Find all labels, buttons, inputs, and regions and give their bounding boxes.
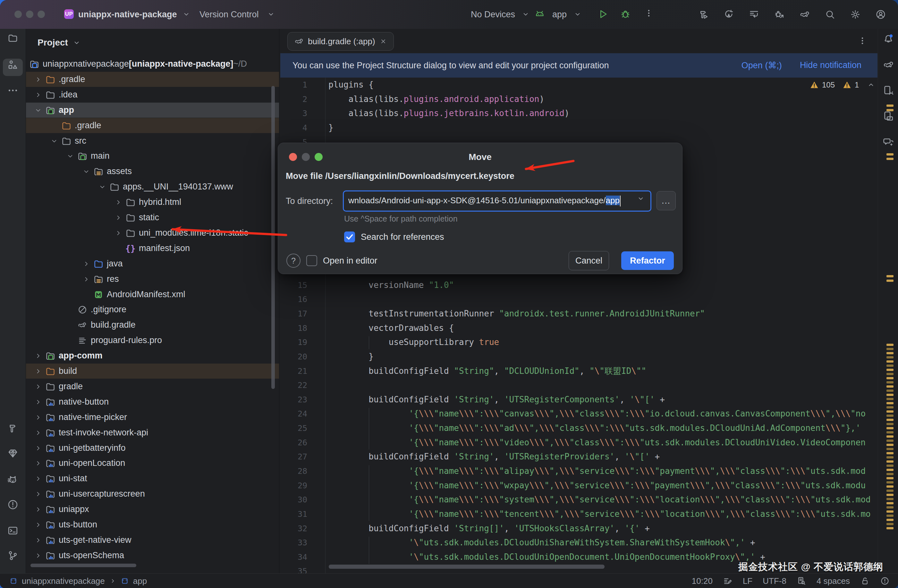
tree-item--gradle[interactable]: .gradle — [26, 118, 279, 133]
tree-item-uni-stat[interactable]: uni-stat — [26, 471, 279, 486]
tree-item--idea[interactable]: .idea — [26, 87, 279, 102]
breadcrumb-item[interactable]: app — [133, 576, 147, 586]
tree-item-gradle[interactable]: gradle — [26, 379, 279, 394]
tree-item-proguard-rules-pro[interactable]: proguard-rules.pro — [26, 333, 279, 348]
chevron-right-icon[interactable] — [114, 198, 122, 206]
tree-item-hybrid-html[interactable]: hybrid.html — [26, 195, 279, 210]
close-icon[interactable] — [380, 37, 387, 45]
tree-item-java[interactable]: java — [26, 256, 279, 271]
chevron-down-icon[interactable] — [66, 152, 74, 160]
tree-vertical-scrollbar[interactable] — [271, 86, 275, 389]
chevron-right-icon[interactable] — [34, 475, 42, 482]
editor-horizontal-scrollbar[interactable] — [329, 565, 604, 569]
chevron-right-icon[interactable] — [34, 429, 42, 437]
attach-debugger-icon[interactable] — [774, 9, 785, 20]
chevron-right-icon[interactable] — [34, 506, 42, 513]
version-control-icon[interactable] — [7, 550, 18, 561]
account-icon[interactable] — [875, 9, 886, 20]
tree-item-app[interactable]: app — [26, 103, 279, 118]
chevron-right-icon[interactable] — [34, 459, 42, 467]
notifications-icon[interactable] — [883, 33, 894, 45]
tree-item-res[interactable]: res — [26, 272, 279, 287]
chevron-right-icon[interactable] — [82, 260, 90, 268]
chevron-right-icon[interactable] — [34, 398, 42, 406]
help-icon[interactable]: ? — [286, 253, 300, 268]
chevron-right-icon[interactable] — [34, 414, 42, 421]
tab-options-icon[interactable] — [858, 36, 867, 46]
tab-build-gradle-app[interactable]: build.gradle (:app) — [288, 32, 394, 51]
to-directory-input[interactable]: wnloads/Android-uni-app-x-SDK@14516-5.01… — [343, 190, 651, 212]
chevron-right-icon[interactable] — [34, 444, 42, 452]
version-control-menu[interactable]: Version Control — [200, 0, 259, 29]
zoom-window-button[interactable] — [37, 11, 45, 18]
project-avatar-badge[interactable]: UP — [64, 9, 74, 19]
device-manager-icon[interactable] — [883, 84, 894, 96]
chevron-right-icon[interactable] — [34, 76, 42, 83]
chevron-right-icon[interactable] — [34, 367, 42, 375]
tree-item-manifest-json[interactable]: {}manifest.json — [26, 241, 279, 256]
tree-item-uniappx[interactable]: uniappx — [26, 502, 279, 517]
project-selector[interactable]: uniappx-native-package — [78, 0, 177, 29]
close-window-button[interactable] — [14, 11, 22, 18]
gradle-icon[interactable] — [883, 59, 894, 71]
problems-icon[interactable] — [7, 499, 18, 510]
tree-item-build-gradle[interactable]: build.gradle — [26, 318, 279, 333]
run-button[interactable] — [597, 8, 609, 20]
chevron-down-icon[interactable] — [98, 183, 106, 191]
chevron-right-icon[interactable] — [34, 536, 42, 544]
chevron-down-icon[interactable] — [34, 106, 42, 114]
tree-item-native-time-picker[interactable]: native-time-picker — [26, 410, 279, 425]
minimize-window-button[interactable] — [26, 11, 33, 18]
tree-item-androidmanifest-xml[interactable]: AndroidManifest.xml — [26, 287, 279, 302]
tree-item-main[interactable]: main — [26, 149, 279, 164]
cancel-button[interactable]: Cancel — [569, 251, 609, 270]
refactor-button[interactable]: Refactor — [621, 251, 674, 270]
settings-icon[interactable] — [850, 9, 861, 20]
chevron-right-icon[interactable] — [34, 352, 42, 360]
more-tools-icon[interactable] — [7, 84, 18, 96]
search-references-checkbox[interactable] — [344, 232, 355, 243]
tree-item-test-invoke-network-api[interactable]: test-invoke-network-api — [26, 425, 279, 440]
terminal-icon[interactable] — [7, 525, 18, 536]
chevron-right-icon[interactable] — [114, 214, 122, 221]
structure-icon[interactable] — [7, 59, 18, 71]
browse-directory-button[interactable]: ... — [657, 191, 676, 210]
tree-item-uts-openschema[interactable]: uts-openSchema — [26, 548, 279, 563]
inspections-widget[interactable]: 105 1 — [809, 80, 878, 90]
device-selector[interactable]: No Devices — [471, 0, 515, 29]
tree-item-uni-usercapturescreen[interactable]: uni-usercapturescreen — [26, 487, 279, 501]
search-everywhere-icon[interactable] — [824, 9, 835, 20]
chevron-down-icon[interactable] — [82, 168, 90, 175]
tree-item-build[interactable]: build — [26, 364, 279, 379]
tree-item-static[interactable]: static — [26, 210, 279, 225]
profiler-icon[interactable] — [749, 9, 760, 20]
highlighting-level-icon[interactable] — [723, 576, 732, 586]
gemini-icon[interactable] — [883, 136, 894, 148]
chevron-down-icon[interactable] — [50, 137, 58, 145]
chevron-right-icon[interactable] — [34, 91, 42, 99]
app-inspection-icon[interactable] — [7, 448, 18, 459]
previous-problem-icon[interactable] — [867, 81, 875, 89]
running-devices-icon[interactable] — [883, 110, 894, 122]
build-project-icon[interactable] — [698, 9, 709, 20]
indent-style[interactable]: 4 spaces — [817, 576, 850, 586]
inspections-widget-icon[interactable] — [797, 576, 806, 586]
project-panel-header[interactable]: Project — [37, 34, 81, 51]
logcat-icon[interactable] — [7, 474, 18, 485]
sync-act-icon[interactable] — [723, 9, 734, 20]
tree-item--gitignore[interactable]: .gitignore — [26, 302, 279, 317]
tree-horizontal-scrollbar[interactable] — [31, 563, 136, 567]
chevron-right-icon[interactable] — [34, 521, 42, 529]
tree-item-project-root[interactable]: uniappxnativepackage [uniappx-native-pac… — [26, 57, 279, 72]
directory-dropdown-icon[interactable] — [637, 194, 645, 203]
line-separator[interactable]: LF — [743, 576, 752, 586]
open-project-structure-link[interactable]: Open (⌘;) — [741, 60, 782, 71]
tree-item-uts-get-native-view[interactable]: uts-get-native-view — [26, 533, 279, 548]
tree-item-app-comm[interactable]: app-comm — [26, 348, 279, 363]
chevron-right-icon[interactable] — [114, 229, 122, 237]
tree-item-apps-uni-1940137-www[interactable]: apps.__UNI__1940137.www — [26, 179, 279, 194]
tree-item-src[interactable]: src — [26, 134, 279, 149]
tree-item-uni-getbatteryinfo[interactable]: uni-getbatteryinfo — [26, 441, 279, 456]
tree-item-uni-modules-lime-i18n-static[interactable]: uni_modules.lime-i18n.static — [26, 226, 279, 241]
chevron-right-icon[interactable] — [82, 275, 90, 283]
